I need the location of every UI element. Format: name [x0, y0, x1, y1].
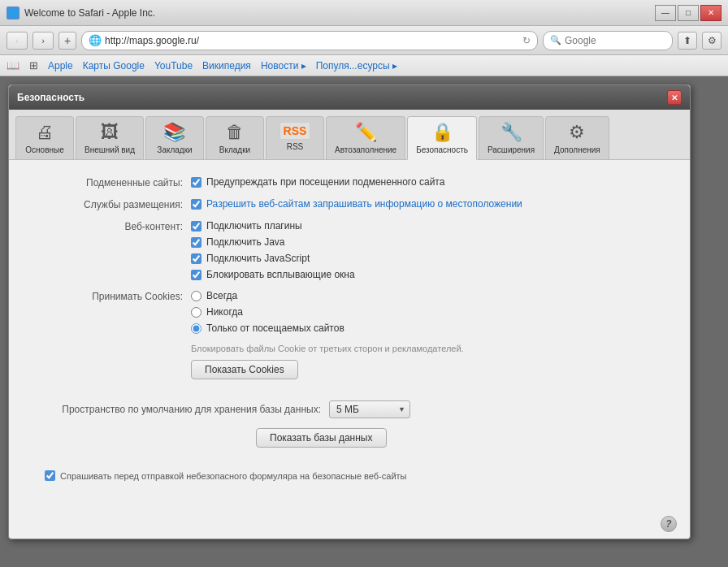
- web-content-value: Подключить плагины Подключить Java Подкл…: [191, 220, 355, 280]
- bookmarks-tab-label: Закладки: [157, 145, 192, 154]
- bookmark-resources[interactable]: Популя...есурсы ▸: [316, 60, 397, 71]
- bookmark-maps[interactable]: Карты Google: [83, 60, 145, 71]
- general-tab-icon: 🖨: [36, 122, 54, 143]
- cookies-visited-radio[interactable]: [191, 323, 202, 334]
- cookies-never-text: Никогда: [206, 306, 243, 318]
- dialog-close-button[interactable]: ✕: [667, 90, 682, 105]
- advanced-tab-label: Дополнения: [554, 145, 600, 154]
- security-tab-icon: 🔒: [431, 122, 453, 143]
- search-input[interactable]: [565, 35, 687, 46]
- title-bar: 🌐 Welcome to Safari - Apple Inc. — □ ✕: [0, 0, 728, 26]
- unsafe-forms-row: Спрашивать перед отправкой небезопасного…: [28, 470, 670, 481]
- top-sites-icon[interactable]: ⊞: [29, 59, 38, 71]
- show-cookies-container: Показать Cookies: [28, 360, 670, 389]
- popups-text: Блокировать всплывающие окна: [206, 269, 355, 280]
- dialog-footer: ?: [9, 509, 690, 539]
- tabs-tab-icon: 🗑: [226, 122, 244, 143]
- web-content-plugins: Подключить плагины: [191, 220, 355, 232]
- minimize-button[interactable]: —: [655, 5, 676, 21]
- bookmark-news[interactable]: Новости ▸: [261, 60, 306, 71]
- autofill-tab-label: Автозаполнение: [335, 145, 396, 154]
- appearance-tab-label: Внешний вид: [84, 145, 135, 154]
- unsafe-forms-checkbox[interactable]: [45, 470, 55, 481]
- javascript-text: Подключить JavaScript: [206, 253, 310, 264]
- cookies-value: Всегда Никогда Только от посещаемых сайт…: [191, 290, 344, 334]
- toolbar: ‹ › + 🌐 ↻ 🔍 ⬆ ⚙: [0, 26, 728, 55]
- tab-advanced[interactable]: ⚙ Дополнения: [545, 116, 609, 159]
- cookies-visited: Только от посещаемых сайтов: [191, 322, 344, 334]
- prefs-content: Подмененные сайты: Предупреждать при пос…: [9, 160, 690, 509]
- tabs-tab-label: Вкладки: [219, 145, 250, 154]
- unsafe-forms-text: Спрашивать перед отправкой небезопасного…: [60, 471, 407, 481]
- forward-button[interactable]: ›: [32, 32, 54, 50]
- share-button[interactable]: ⬆: [678, 32, 697, 50]
- window-title: Welcome to Safari - Apple Inc.: [24, 7, 155, 19]
- cookie-hint: Блокировать файлы Cookie от третьих стор…: [191, 344, 670, 353]
- tab-appearance[interactable]: 🖼 Внешний вид: [76, 116, 144, 159]
- back-button[interactable]: ‹: [6, 32, 28, 50]
- content-area: Безопасность ✕ 🖨 Основные 🖼 Внешний вид …: [0, 76, 728, 567]
- cookies-always-text: Всегда: [206, 290, 237, 301]
- bookmark-youtube[interactable]: YouTube: [154, 60, 193, 71]
- bookmark-apple[interactable]: Apple: [48, 60, 73, 71]
- close-window-button[interactable]: ✕: [700, 5, 722, 21]
- tab-autofill[interactable]: ✏️ Автозаполнение: [326, 116, 405, 159]
- bookmarks-bar: 📖 ⊞ Apple Карты Google YouTube Википедия…: [0, 55, 728, 76]
- globe-icon: 🌐: [89, 34, 102, 46]
- hosting-services-text: Разрешить веб-сайтам запрашивать информа…: [206, 198, 522, 210]
- address-bar: 🌐 ↻: [81, 31, 538, 50]
- tab-general[interactable]: 🖨 Основные: [15, 116, 74, 159]
- maximize-button[interactable]: □: [678, 5, 699, 21]
- cookies-visited-text: Только от посещаемых сайтов: [206, 322, 344, 334]
- popups-checkbox[interactable]: [191, 270, 202, 280]
- add-tab-button[interactable]: +: [58, 32, 76, 50]
- show-cookies-button[interactable]: Показать Cookies: [191, 360, 298, 379]
- web-content-java: Подключить Java: [191, 236, 355, 248]
- fraudulent-sites-option: Предупреждать при посещении подмененного…: [191, 176, 444, 188]
- dialog-title: Безопасность: [17, 92, 84, 103]
- browser-window: 🌐 Welcome to Safari - Apple Inc. — □ ✕ ‹…: [0, 0, 728, 567]
- plugins-checkbox[interactable]: [191, 221, 202, 232]
- dialog-title-bar: Безопасность ✕: [9, 85, 690, 110]
- show-db-container: Показать базы данных: [28, 428, 670, 457]
- tab-security[interactable]: 🔒 Безопасность: [407, 116, 477, 160]
- javascript-checkbox[interactable]: [191, 253, 202, 264]
- web-content-javascript: Подключить JavaScript: [191, 253, 355, 264]
- tab-bookmarks[interactable]: 📚 Закладки: [145, 116, 204, 159]
- fraudulent-sites-text: Предупреждать при посещении подмененного…: [206, 176, 444, 188]
- fraudulent-sites-value: Предупреждать при посещении подмененного…: [191, 176, 444, 188]
- search-bar: 🔍: [543, 31, 673, 50]
- tab-extensions[interactable]: 🔧 Расширения: [479, 116, 544, 159]
- title-bar-controls: — □ ✕: [655, 5, 722, 21]
- hosting-services-option: Разрешить веб-сайтам запрашивать информа…: [191, 198, 522, 210]
- reading-list-icon[interactable]: 📖: [6, 59, 20, 71]
- settings-button[interactable]: ⚙: [702, 32, 722, 50]
- tab-tabs[interactable]: 🗑 Вкладки: [206, 116, 264, 159]
- show-db-button[interactable]: Показать базы данных: [256, 428, 387, 448]
- web-content-label: Веб-контент:: [28, 220, 191, 232]
- hosting-services-label: Службы размещения:: [28, 198, 191, 210]
- advanced-tab-icon: ⚙: [569, 122, 585, 143]
- bookmark-wikipedia[interactable]: Википедия: [202, 60, 251, 71]
- help-button[interactable]: ?: [661, 516, 677, 532]
- address-input[interactable]: [105, 35, 519, 46]
- extensions-tab-label: Расширения: [488, 145, 535, 154]
- tab-rss[interactable]: RSS RSS: [266, 116, 324, 159]
- storage-row: Пространство по умолчанию для хранения б…: [28, 400, 670, 418]
- general-tab-label: Основные: [25, 145, 63, 154]
- java-text: Подключить Java: [206, 236, 285, 248]
- web-content-row: Веб-контент: Подключить плагины Подключи…: [28, 220, 670, 280]
- java-checkbox[interactable]: [191, 237, 202, 248]
- cookies-never-radio[interactable]: [191, 307, 202, 318]
- refresh-icon[interactable]: ↻: [522, 35, 531, 46]
- cookies-always-radio[interactable]: [191, 291, 202, 301]
- storage-select[interactable]: 1 МБ 2 МБ 5 МБ 10 МБ 50 МБ: [329, 400, 410, 418]
- storage-label: Пространство по умолчанию для хранения б…: [28, 404, 321, 415]
- rss-tab-label: RSS: [287, 142, 304, 151]
- fraudulent-sites-checkbox[interactable]: [191, 177, 202, 188]
- web-content-popups: Блокировать всплывающие окна: [191, 269, 355, 280]
- autofill-tab-icon: ✏️: [355, 122, 377, 143]
- browser-icon: 🌐: [6, 6, 20, 19]
- hosting-services-checkbox[interactable]: [191, 199, 202, 210]
- appearance-tab-icon: 🖼: [101, 122, 119, 143]
